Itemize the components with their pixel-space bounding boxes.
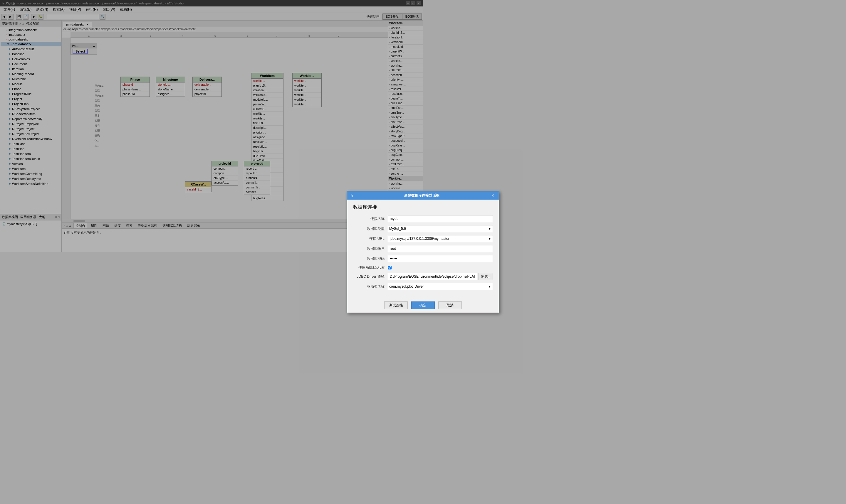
connection-name-input[interactable] xyxy=(388,215,423,222)
db-type-select[interactable]: MySql_5.6 Oracle SQL Server xyxy=(388,225,423,232)
dialog-body: 数据库连接 连接名称: 数据库类型: MySql_5.6 Oracle SQL … xyxy=(347,200,423,252)
form-row-account: 数据库帐户: xyxy=(353,245,423,252)
db-type-select-wrapper: MySql_5.6 Oracle SQL Server ▼ xyxy=(388,225,423,232)
form-row-connection-name: 连接名称: xyxy=(353,215,423,222)
connection-url-input[interactable] xyxy=(388,235,423,242)
dialog-title: 新建数据库连接对话框 xyxy=(404,193,423,198)
db-connection-dialog: ☆ 新建数据库连接对话框 ✕ 数据库连接 连接名称: 数据库类型: MySql_… xyxy=(347,191,423,252)
connection-name-label: 连接名称: xyxy=(353,216,385,221)
dialog-title-icon: ☆ xyxy=(350,194,353,198)
dialog-titlebar: ☆ 新建数据库连接对话框 ✕ xyxy=(347,192,423,200)
modal-overlay: ☆ 新建数据库连接对话框 ✕ 数据库连接 连接名称: 数据库类型: MySql_… xyxy=(0,0,423,252)
db-type-label: 数据库类型: xyxy=(353,226,385,231)
dialog-heading: 数据库连接 xyxy=(353,204,423,211)
form-row-url: 连接 URL: ▼ xyxy=(353,235,423,242)
url-select-wrapper: ▼ xyxy=(388,235,423,242)
connection-url-label: 连接 URL: xyxy=(353,236,385,241)
db-account-label: 数据库帐户: xyxy=(353,246,385,251)
db-account-input[interactable] xyxy=(388,245,423,252)
form-row-db-type: 数据库类型: MySql_5.6 Oracle SQL Server ▼ xyxy=(353,225,423,232)
